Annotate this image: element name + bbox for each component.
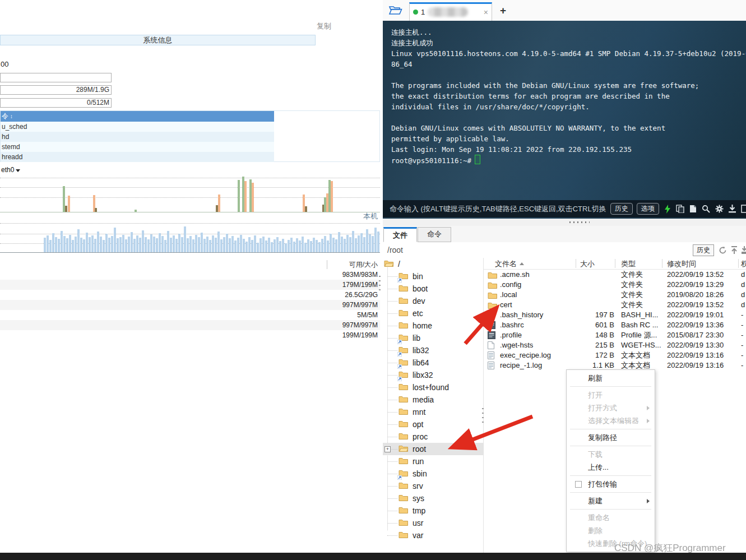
tree-item-sys[interactable]: sys xyxy=(383,492,483,505)
menu-item-刷新[interactable]: 刷新 xyxy=(567,372,655,385)
column-size[interactable]: 大小 xyxy=(580,259,595,269)
tree-item-boot[interactable]: boot xyxy=(383,283,483,295)
tree-item-sbin[interactable]: sbin xyxy=(383,468,483,480)
file-row-.config[interactable]: .config文件夹2022/09/19 13:29d xyxy=(484,280,746,290)
new-tab-button[interactable]: + xyxy=(500,5,506,16)
command-input-bar[interactable]: 命令输入 (按ALT键提示历史,TAB键路径,ESC键返回,双击CTRL切换 历… xyxy=(383,200,746,217)
menu-item-label: 新建 xyxy=(588,497,603,505)
process-row[interactable]: hd xyxy=(1,132,274,142)
options-button[interactable]: 选项 xyxy=(637,203,659,215)
copy-link[interactable]: 复制 xyxy=(317,21,331,31)
panel-splitter-handle[interactable] xyxy=(379,276,381,294)
process-row[interactable]: hreadd xyxy=(1,152,274,162)
file-row-.bashrc[interactable]: .bashrc601 BBash RC ...2022/09/19 13:36- xyxy=(484,320,746,330)
column-filename[interactable]: 文件名 xyxy=(495,259,524,269)
tree-item-fs-root[interactable]: / xyxy=(383,258,483,270)
tree-item-srv[interactable]: srv xyxy=(383,480,483,492)
tree-item-lib[interactable]: lib xyxy=(383,332,483,344)
column-mtime[interactable]: 修改时间 xyxy=(667,259,696,269)
tab-files[interactable]: 文件 xyxy=(383,227,417,242)
tree-item-mnt[interactable]: mnt xyxy=(383,406,483,418)
file-row-.local[interactable]: .local文件夹2019/08/20 18:26d xyxy=(484,290,746,300)
refresh-icon[interactable] xyxy=(719,246,727,254)
terminal[interactable]: 连接主机...连接主机成功Linux vps50101116.hosteons.… xyxy=(383,21,746,219)
history-button[interactable]: 历史 xyxy=(610,203,633,215)
file-row-cert[interactable]: cert文件夹2022/09/19 13:52d xyxy=(484,300,746,310)
tree-item-lost+found[interactable]: lost+found xyxy=(383,381,483,394)
file-name: .profile xyxy=(500,330,522,340)
column-type[interactable]: 类型 xyxy=(621,259,636,269)
tree-item-usr[interactable]: usr xyxy=(383,517,483,529)
menu-item-复制路径[interactable]: 复制路径 xyxy=(567,431,655,444)
folder-icon xyxy=(399,296,409,306)
tree-item-lib32[interactable]: lib32 xyxy=(383,344,483,357)
context-menu: 刷新打开打开方式选择文本编辑器复制路径下载上传...打包传输新建重命名删除快速删… xyxy=(566,369,655,552)
file-icon[interactable] xyxy=(741,205,746,213)
path-input[interactable]: /root xyxy=(383,246,693,254)
process-row[interactable]: u_sched xyxy=(1,122,274,132)
folder-tree: /binbootdevetchomeliblib32lib64libx32los… xyxy=(383,258,484,553)
file-row-.wget-hsts[interactable]: .wget-hsts215 BWGET-HS...2022/09/19 13:3… xyxy=(484,340,746,350)
terminal-line: 连接主机成功 xyxy=(391,38,746,48)
tab-commands[interactable]: 命令 xyxy=(418,227,451,242)
connections-folder-icon[interactable] xyxy=(388,4,402,17)
download-icon[interactable] xyxy=(729,205,736,213)
path-history-button[interactable]: 历史 xyxy=(693,244,714,256)
download-icon[interactable] xyxy=(742,246,746,254)
tree-item-tmp[interactable]: tmp xyxy=(383,505,483,517)
tree-item-media[interactable]: media xyxy=(383,394,483,406)
local-machine-label: 本机 xyxy=(363,211,378,221)
column-perm[interactable]: 权 xyxy=(741,259,746,269)
nic-selector[interactable]: eth0 xyxy=(1,166,20,174)
memory-field[interactable]: 289M/1.9G xyxy=(0,85,112,95)
file-row-.acme.sh[interactable]: .acme.sh文件夹2022/09/19 13:52d xyxy=(484,270,746,280)
info-field-empty[interactable] xyxy=(0,73,112,82)
expand-plus-icon[interactable]: + xyxy=(384,446,391,452)
copy-icon[interactable] xyxy=(676,205,684,213)
cpu-history-bar xyxy=(349,237,351,252)
process-row[interactable]: stemd xyxy=(1,142,274,152)
paste-icon[interactable] xyxy=(689,205,697,213)
terminal-file-splitter[interactable] xyxy=(383,219,746,226)
menu-item-上传...[interactable]: 上传... xyxy=(567,461,655,474)
cpu-history-bar xyxy=(75,237,77,252)
tree-item-run[interactable]: run xyxy=(383,455,483,468)
tree-item-dev[interactable]: dev xyxy=(383,295,483,307)
session-tab[interactable]: 1 × xyxy=(409,2,492,21)
tree-item-etc[interactable]: etc xyxy=(383,307,483,320)
traffic-spike-bar xyxy=(305,206,307,212)
sort-arrows-icon: ↕ xyxy=(10,111,13,122)
lightning-icon[interactable] xyxy=(664,205,671,214)
tree-item-home[interactable]: home xyxy=(383,320,483,332)
page-icon xyxy=(488,341,494,351)
gear-icon[interactable] xyxy=(715,205,724,213)
tree-item-libx32[interactable]: libx32 xyxy=(383,369,483,381)
menu-item-label: 打开方式 xyxy=(588,404,617,412)
cpu-history-bar xyxy=(49,240,52,252)
tree-item-lib64[interactable]: lib64 xyxy=(383,357,483,369)
cpu-history-bar xyxy=(251,240,253,252)
close-icon[interactable]: × xyxy=(484,8,488,16)
cpu-history-bar xyxy=(184,226,186,252)
tree-item-var[interactable]: var xyxy=(383,529,483,542)
disk-table-header[interactable]: 可用/大小 xyxy=(0,259,380,270)
file-row-.profile[interactable]: .profile148 BProfile 源...2015/08/17 23:3… xyxy=(484,330,746,340)
file-type: 文件夹 xyxy=(621,290,643,300)
menu-item-打包传输[interactable]: 打包传输 xyxy=(567,478,655,490)
tree-item-proc[interactable]: proc xyxy=(383,431,483,443)
cpu-history-bar xyxy=(119,237,122,252)
menu-item-label: 复制路径 xyxy=(588,433,617,442)
tree-connector xyxy=(387,363,397,363)
search-icon[interactable] xyxy=(702,205,710,213)
folder-icon xyxy=(399,370,409,380)
swap-field[interactable]: 0/512M xyxy=(0,98,112,108)
tree-item-bin[interactable]: bin xyxy=(383,270,483,283)
tree-item-root[interactable]: +root xyxy=(383,443,483,455)
process-table-header[interactable]: 令↕ xyxy=(1,111,274,122)
menu-item-新建[interactable]: 新建 xyxy=(567,494,655,507)
tree-item-opt[interactable]: opt xyxy=(383,418,483,431)
checkbox-icon[interactable] xyxy=(575,481,582,488)
upload-icon[interactable] xyxy=(731,246,738,254)
file-row-.bash_history[interactable]: .bash_history197 BBASH_HI...2022/09/19 1… xyxy=(484,310,746,320)
file-row-exec_recipe.log[interactable]: exec_recipe.log172 B文本文档2022/09/19 13:16… xyxy=(484,350,746,360)
